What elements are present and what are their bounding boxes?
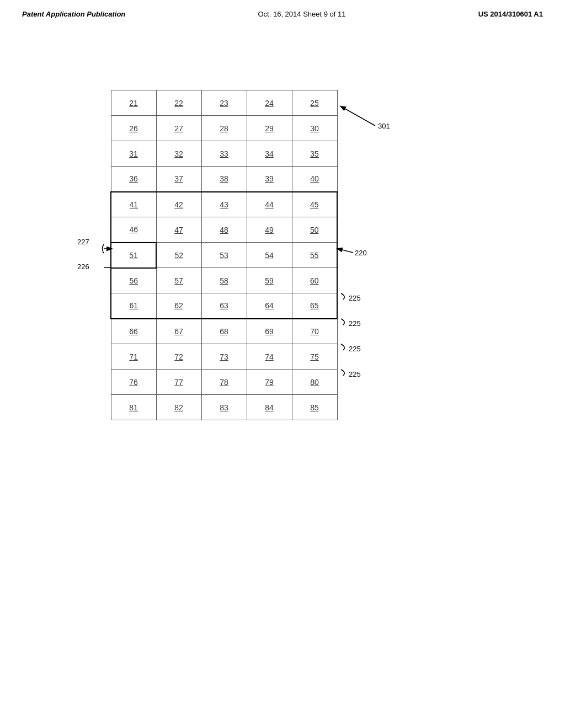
grid-cell-30: 30 (292, 116, 337, 141)
grid-cell-55: 55 (292, 243, 337, 268)
bracket-225-4 (341, 370, 344, 376)
grid-cell-49: 49 (247, 217, 292, 243)
grid-cell-45: 45 (292, 192, 337, 217)
grid-cell-82: 82 (156, 395, 201, 420)
grid-cell-76: 76 (111, 370, 156, 395)
label-225-1: 225 (349, 294, 361, 302)
grid-cell-46: 46 (111, 217, 156, 243)
grid-cell-51: 51 (111, 243, 156, 268)
bracket-227 (103, 244, 104, 253)
label-225-4: 225 (349, 370, 361, 378)
grid-cell-26: 26 (111, 116, 156, 141)
grid-cell-84: 84 (247, 395, 292, 420)
grid-cell-43: 43 (201, 192, 247, 217)
grid-cell-60: 60 (292, 268, 337, 293)
grid-cell-50: 50 (292, 217, 337, 243)
grid-cell-63: 63 (201, 293, 247, 319)
grid-cell-66: 66 (111, 319, 156, 344)
grid-cell-34: 34 (247, 141, 292, 167)
label-225-2: 225 (349, 319, 361, 328)
grid-cell-47: 47 (156, 217, 201, 243)
arrow-301 (341, 106, 375, 126)
label-227: 227 (77, 238, 89, 246)
grid-cell-36: 36 (111, 167, 156, 192)
bracket-225-3 (341, 344, 344, 350)
grid-cell-78: 78 (201, 370, 247, 395)
grid-cell-81: 81 (111, 395, 156, 420)
grid-cell-22: 22 (156, 90, 201, 116)
grid-cell-23: 23 (201, 90, 247, 116)
grid-cell-74: 74 (247, 344, 292, 370)
diagram-area: 2122232425262728293031323334353637383940… (110, 90, 338, 420)
grid-cell-80: 80 (292, 370, 337, 395)
grid-cell-75: 75 (292, 344, 337, 370)
label-220: 220 (355, 249, 367, 257)
header-right: US 2014/310601 A1 (478, 10, 543, 18)
label-301: 301 (378, 122, 390, 130)
grid-cell-37: 37 (156, 167, 201, 192)
grid-cell-64: 64 (247, 293, 292, 319)
patent-grid: 2122232425262728293031323334353637383940… (110, 90, 338, 420)
grid-cell-54: 54 (247, 243, 292, 268)
grid-cell-40: 40 (292, 167, 337, 192)
grid-cell-31: 31 (111, 141, 156, 167)
page-header: Patent Application Publication Oct. 16, … (0, 0, 565, 18)
grid-cell-21: 21 (111, 90, 156, 116)
grid-cell-53: 53 (201, 243, 247, 268)
grid-cell-59: 59 (247, 268, 292, 293)
grid-cell-70: 70 (292, 319, 337, 344)
grid-cell-35: 35 (292, 141, 337, 167)
grid-cell-42: 42 (156, 192, 201, 217)
grid-cell-27: 27 (156, 116, 201, 141)
grid-cell-58: 58 (201, 268, 247, 293)
grid-cell-67: 67 (156, 319, 201, 344)
arrow-220 (338, 249, 353, 253)
bracket-225-1 (341, 293, 344, 299)
header-center: Oct. 16, 2014 Sheet 9 of 11 (258, 10, 345, 18)
grid-cell-69: 69 (247, 319, 292, 344)
grid-cell-32: 32 (156, 141, 201, 167)
grid-cell-44: 44 (247, 192, 292, 217)
grid-cell-29: 29 (247, 116, 292, 141)
grid-cell-62: 62 (156, 293, 201, 319)
grid-cell-38: 38 (201, 167, 247, 192)
grid-cell-28: 28 (201, 116, 247, 141)
bracket-225-2 (341, 319, 344, 325)
grid-cell-77: 77 (156, 370, 201, 395)
grid-cell-57: 57 (156, 268, 201, 293)
grid-cell-61: 61 (111, 293, 156, 319)
grid-cell-41: 41 (111, 192, 156, 217)
grid-cell-68: 68 (201, 319, 247, 344)
grid-cell-71: 71 (111, 344, 156, 370)
grid-cell-48: 48 (201, 217, 247, 243)
grid-cell-56: 56 (111, 268, 156, 293)
label-226: 226 (77, 263, 89, 271)
grid-cell-52: 52 (156, 243, 201, 268)
grid-cell-85: 85 (292, 395, 337, 420)
grid-cell-25: 25 (292, 90, 337, 116)
grid-cell-79: 79 (247, 370, 292, 395)
grid-cell-73: 73 (201, 344, 247, 370)
grid-cell-72: 72 (156, 344, 201, 370)
grid-cell-65: 65 (292, 293, 337, 319)
grid-cell-24: 24 (247, 90, 292, 116)
header-left: Patent Application Publication (22, 10, 125, 18)
grid-cell-33: 33 (201, 141, 247, 167)
grid-cell-83: 83 (201, 395, 247, 420)
label-225-3: 225 (349, 345, 361, 353)
grid-cell-39: 39 (247, 167, 292, 192)
